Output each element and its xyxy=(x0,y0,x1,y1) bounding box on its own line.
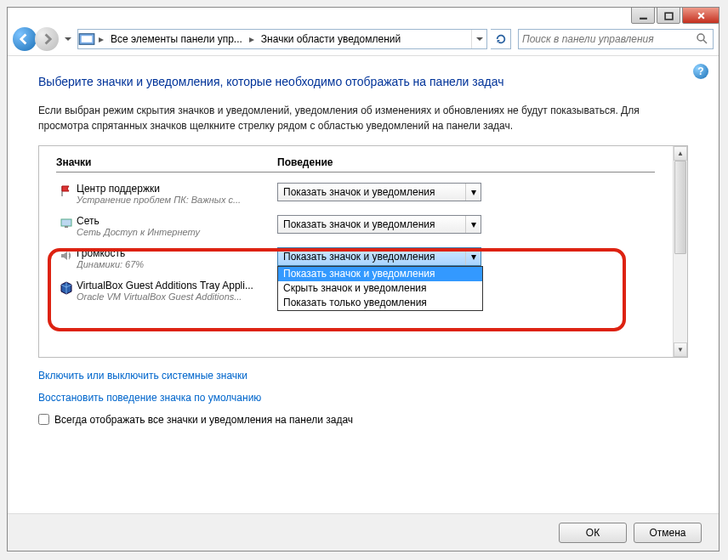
footer: ОК Отмена xyxy=(8,513,719,551)
item-text: Громкость Динамики: 67% xyxy=(77,247,277,269)
page-description: Если выбран режим скрытия значков и увед… xyxy=(38,103,688,133)
item-subtitle: Сеть Доступ к Интернету xyxy=(77,227,277,237)
links-section: Включить или выключить системные значки … xyxy=(38,370,688,404)
separator xyxy=(8,55,719,56)
breadcrumb-root[interactable]: Все элементы панели упр... xyxy=(107,31,246,47)
nav-history-dropdown[interactable] xyxy=(62,27,74,51)
cancel-button[interactable]: Отмена xyxy=(634,523,702,543)
window: ▸ Все элементы панели упр... ▸ Значки об… xyxy=(7,7,719,552)
item-title: Сеть xyxy=(77,215,277,227)
help-icon[interactable]: ? xyxy=(693,64,708,79)
dropdown-option[interactable]: Показать только уведомления xyxy=(278,296,482,310)
chevron-down-icon: ▾ xyxy=(465,248,481,265)
item-subtitle: Устранение проблем ПК: Важных с... xyxy=(77,195,277,205)
svg-rect-8 xyxy=(61,219,71,226)
svg-rect-5 xyxy=(82,36,93,42)
always-show-label: Всегда отображать все значки и уведомлен… xyxy=(54,414,353,426)
icons-panel: Значки Поведение Центр поддержки Устране… xyxy=(38,145,688,358)
item-text: Сеть Сеть Доступ к Интернету xyxy=(77,215,277,237)
scrollbar-vertical[interactable]: ▲ ▼ xyxy=(673,146,687,357)
search-icon[interactable] xyxy=(696,32,709,46)
flag-icon xyxy=(56,183,77,198)
link-restore-defaults[interactable]: Восстановить поведение значка по умолчан… xyxy=(38,392,688,404)
vbox-icon xyxy=(56,280,77,295)
item-subtitle: Динамики: 67% xyxy=(77,259,277,269)
close-button[interactable] xyxy=(682,7,719,24)
always-show-row: Всегда отображать все значки и уведомлен… xyxy=(38,414,688,426)
content-area: ? Выберите значки и уведомления, которые… xyxy=(8,57,719,510)
breadcrumb-current[interactable]: Значки области уведомлений xyxy=(258,31,404,47)
maximize-button[interactable] xyxy=(657,7,680,24)
combo-value: Показать значок и уведомления xyxy=(283,218,435,230)
scroll-thumb[interactable] xyxy=(674,161,686,254)
behavior-combo[interactable]: Показать значок и уведомления▾ xyxy=(277,183,481,201)
search-box[interactable] xyxy=(518,29,714,49)
dropdown-list: Показать значок и уведомленияСкрыть знач… xyxy=(277,266,483,311)
control-panel-icon xyxy=(78,31,95,48)
svg-point-6 xyxy=(697,34,704,41)
chevron-right-icon: ▸ xyxy=(95,33,107,45)
item-subtitle: Oracle VM VirtualBox Guest Additions... xyxy=(77,291,277,302)
item-title: Громкость xyxy=(77,247,277,259)
table-row: Центр поддержки Устранение проблем ПК: В… xyxy=(56,179,655,212)
item-text: Центр поддержки Устранение проблем ПК: В… xyxy=(77,183,277,205)
titlebar-controls xyxy=(631,7,719,25)
page-title: Выберите значки и уведомления, которые н… xyxy=(38,74,688,91)
table-row: Сеть Сеть Доступ к Интернету Показать зн… xyxy=(56,212,655,244)
scroll-up-button[interactable]: ▲ xyxy=(674,146,687,161)
svg-line-7 xyxy=(703,40,707,43)
item-text: VirtualBox Guest Additions Tray Appli...… xyxy=(77,280,277,302)
svg-rect-9 xyxy=(65,226,68,228)
navbar: ▸ Все элементы панели упр... ▸ Значки об… xyxy=(8,25,719,54)
refresh-button[interactable] xyxy=(491,29,511,49)
combo-value: Показать значок и уведомления xyxy=(283,251,435,263)
header-behavior: Поведение xyxy=(277,156,655,168)
combo-value: Показать значок и уведомления xyxy=(283,186,435,198)
svg-rect-1 xyxy=(665,13,673,20)
item-title: VirtualBox Guest Additions Tray Appli... xyxy=(77,280,277,291)
header-icons: Значки xyxy=(56,156,277,168)
vol-icon xyxy=(56,247,77,263)
chevron-right-icon: ▸ xyxy=(246,33,258,45)
ok-button[interactable]: ОК xyxy=(559,523,627,543)
behavior-combo[interactable]: Показать значок и уведомления▾ xyxy=(277,215,481,234)
chevron-down-icon: ▾ xyxy=(465,184,481,201)
dropdown-option[interactable]: Скрыть значок и уведомления xyxy=(278,281,482,296)
dropdown-option[interactable]: Показать значок и уведомления xyxy=(278,267,482,281)
behavior-combo[interactable]: Показать значок и уведомления▾Показать з… xyxy=(277,247,481,266)
link-toggle-system-icons[interactable]: Включить или выключить системные значки xyxy=(38,370,688,382)
net-icon xyxy=(56,215,77,230)
chevron-down-icon: ▾ xyxy=(465,216,481,233)
address-dropdown[interactable] xyxy=(471,30,486,48)
minimize-button[interactable] xyxy=(631,7,655,24)
search-input[interactable] xyxy=(522,33,696,45)
nav-forward-button[interactable] xyxy=(35,27,59,51)
nav-back-button[interactable] xyxy=(13,27,37,51)
scroll-down-button[interactable]: ▼ xyxy=(674,342,687,357)
item-title: Центр поддержки xyxy=(77,183,277,195)
table-row: Громкость Динамики: 67% Показать значок … xyxy=(56,244,655,276)
address-bar[interactable]: ▸ Все элементы панели упр... ▸ Значки об… xyxy=(77,29,487,49)
table-header: Значки Поведение xyxy=(56,156,655,173)
always-show-checkbox[interactable] xyxy=(38,414,49,425)
